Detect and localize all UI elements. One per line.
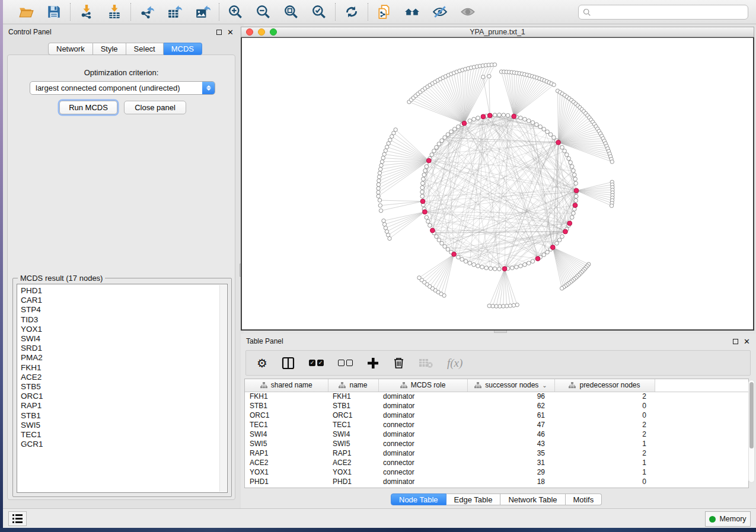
network-node[interactable]: [531, 259, 535, 264]
network-node[interactable]: [426, 219, 430, 223]
network-hub-node[interactable]: [550, 245, 555, 250]
network-node[interactable]: [527, 261, 531, 265]
network-node[interactable]: [422, 177, 426, 181]
mcds-result-item[interactable]: STB1: [21, 411, 227, 421]
network-leaf-node[interactable]: [388, 138, 392, 142]
export-table-icon[interactable]: [167, 4, 183, 20]
network-leaf-node[interactable]: [380, 160, 384, 164]
mcds-result-item[interactable]: RAP1: [21, 401, 227, 411]
column-header-successor-nodes[interactable]: successor nodes⌄: [467, 379, 554, 392]
mcds-result-item[interactable]: STP4: [21, 305, 227, 315]
tab-motifs[interactable]: Motifs: [566, 493, 602, 505]
network-node[interactable]: [538, 125, 543, 129]
mcds-result-item[interactable]: PMA2: [21, 353, 227, 363]
network-leaf-node[interactable]: [378, 171, 381, 175]
network-leaf-node[interactable]: [487, 75, 491, 78]
table-row[interactable]: RAP1RAP1dominator352: [245, 448, 748, 458]
network-node[interactable]: [437, 142, 441, 146]
mcds-result-item[interactable]: TEC1: [21, 430, 227, 440]
network-hub-node[interactable]: [430, 228, 435, 233]
network-leaf-node[interactable]: [378, 198, 381, 202]
network-leaf-node[interactable]: [610, 160, 614, 164]
network-node[interactable]: [493, 267, 497, 271]
column-header-name[interactable]: name: [328, 379, 378, 392]
deselect-all-icon[interactable]: [338, 356, 353, 370]
new-network-from-selection-icon[interactable]: [376, 4, 393, 20]
close-panel-button[interactable]: Close panel: [124, 101, 186, 114]
table-row[interactable]: PHD1PHD1dominator180: [245, 477, 748, 486]
network-leaf-node[interactable]: [377, 190, 380, 194]
network-node[interactable]: [574, 194, 578, 198]
table-row[interactable]: TEC1TEC1connector472: [245, 420, 748, 430]
list-scrollbar-track[interactable]: [219, 285, 227, 492]
table-row[interactable]: ACE2ACE2connector311: [245, 458, 748, 467]
network-node[interactable]: [515, 265, 519, 269]
network-leaf-node[interactable]: [505, 304, 508, 307]
network-hub-node[interactable]: [535, 257, 540, 261]
network-leaf-node[interactable]: [493, 63, 496, 66]
float-panel-icon[interactable]: [216, 30, 222, 35]
zoom-out-icon[interactable]: [255, 4, 272, 20]
tab-node-table[interactable]: Node Table: [391, 493, 446, 505]
network-leaf-node[interactable]: [512, 303, 515, 307]
network-node[interactable]: [421, 181, 425, 185]
tab-style[interactable]: Style: [93, 43, 126, 55]
network-graph[interactable]: [242, 38, 753, 329]
export-network-icon[interactable]: [139, 4, 155, 20]
network-node[interactable]: [432, 149, 436, 153]
optimization-criterion-select[interactable]: largest connected component (undirected): [30, 81, 215, 95]
network-leaf-node[interactable]: [378, 167, 382, 171]
network-leaf-node[interactable]: [385, 145, 388, 149]
network-leaf-node[interactable]: [384, 149, 387, 152]
network-node[interactable]: [420, 194, 425, 198]
network-node[interactable]: [484, 266, 489, 270]
table-scrollbar-thumb[interactable]: [749, 382, 754, 448]
search-field[interactable]: [578, 5, 748, 20]
network-leaf-node[interactable]: [385, 230, 388, 233]
network-node[interactable]: [546, 250, 550, 254]
network-node[interactable]: [560, 235, 564, 239]
open-file-icon[interactable]: [18, 4, 34, 20]
add-column-icon[interactable]: [367, 356, 379, 370]
column-header-MCDS-role[interactable]: MCDS role: [378, 379, 467, 392]
network-hub-node[interactable]: [423, 210, 428, 214]
network-node[interactable]: [422, 173, 426, 177]
network-node[interactable]: [430, 153, 434, 157]
network-node[interactable]: [548, 133, 553, 137]
network-hub-node[interactable]: [567, 221, 572, 226]
table-settings-icon[interactable]: ⚙: [257, 356, 267, 370]
network-node[interactable]: [557, 238, 562, 242]
network-node[interactable]: [542, 253, 546, 257]
network-node[interactable]: [546, 130, 550, 134]
network-leaf-node[interactable]: [381, 156, 385, 159]
network-node[interactable]: [425, 165, 429, 169]
mcds-result-item[interactable]: GCR1: [21, 440, 227, 449]
network-leaf-node[interactable]: [377, 194, 380, 198]
network-node[interactable]: [452, 127, 457, 132]
network-node[interactable]: [570, 165, 574, 169]
network-hub-node[interactable]: [452, 252, 457, 257]
network-node[interactable]: [460, 257, 464, 261]
network-node[interactable]: [443, 245, 447, 249]
network-leaf-node[interactable]: [387, 142, 390, 145]
network-canvas[interactable]: [241, 37, 754, 331]
network-node[interactable]: [531, 121, 535, 125]
network-leaf-node[interactable]: [377, 187, 380, 190]
network-node[interactable]: [519, 264, 523, 268]
network-hub-node[interactable]: [420, 199, 425, 204]
table-row[interactable]: STB1STB1dominator620: [245, 401, 748, 411]
network-node[interactable]: [570, 216, 574, 220]
network-leaf-node[interactable]: [498, 305, 502, 308]
network-hub-node[interactable]: [487, 113, 492, 118]
network-leaf-node[interactable]: [417, 276, 421, 280]
mcds-result-item[interactable]: SWI4: [21, 334, 227, 344]
network-node[interactable]: [527, 119, 531, 123]
network-leaf-node[interactable]: [386, 233, 390, 236]
network-node[interactable]: [510, 266, 514, 270]
hide-selected-icon[interactable]: [432, 4, 448, 20]
network-node[interactable]: [457, 125, 461, 129]
network-hub-node[interactable]: [502, 267, 507, 271]
table-row[interactable]: SWI5SWI5connector431: [245, 439, 748, 448]
network-hub-node[interactable]: [481, 114, 486, 119]
network-node[interactable]: [564, 153, 569, 157]
